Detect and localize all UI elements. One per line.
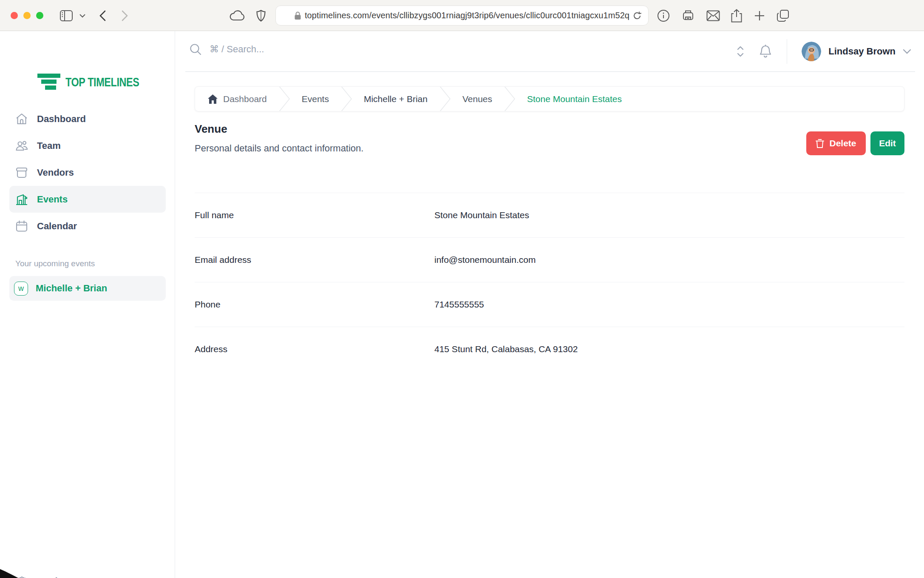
breadcrumb-item-venues[interactable]: Venues bbox=[462, 94, 492, 104]
reload-icon[interactable] bbox=[632, 11, 642, 21]
users-icon bbox=[15, 140, 28, 152]
sidebar-item-label: Events bbox=[37, 194, 68, 205]
share-icon[interactable] bbox=[729, 0, 744, 31]
search-icon bbox=[189, 43, 202, 56]
forward-button[interactable] bbox=[119, 0, 130, 31]
sidebar-upcoming-event-michelle-brian[interactable]: w Michelle + Brian bbox=[9, 276, 166, 301]
user-name: Lindsay Brown bbox=[828, 46, 896, 57]
sidebar-item-label: Dashboard bbox=[37, 114, 86, 125]
window-zoom-button[interactable] bbox=[36, 12, 43, 19]
browser-chrome: toptimelines.com/events/cllibzygs001rnia… bbox=[0, 0, 924, 31]
field-row-address: Address 415 Stunt Rd, Calabasas, CA 9130… bbox=[195, 327, 904, 371]
delete-button[interactable]: Delete bbox=[806, 131, 866, 155]
mail-icon[interactable] bbox=[706, 0, 720, 31]
app-screen: toptimelines.com/events/cllibzygs001rnia… bbox=[0, 0, 924, 578]
notifications-bell-icon[interactable] bbox=[759, 44, 772, 59]
field-label: Full name bbox=[195, 210, 434, 220]
page-title: Venue bbox=[195, 122, 227, 136]
sidebar-item-label: Team bbox=[37, 140, 61, 151]
edit-button[interactable]: Edit bbox=[870, 131, 904, 155]
venue-icon bbox=[15, 193, 28, 206]
topbar-divider-vertical bbox=[787, 39, 787, 64]
avatar bbox=[802, 42, 821, 61]
sidebar-item-team[interactable]: Team bbox=[9, 132, 166, 159]
venue-details: Full name Stone Mountain Estates Email a… bbox=[195, 193, 904, 371]
topbar: Lindsay Brown bbox=[175, 31, 924, 72]
page-subtitle: Personal details and contact information… bbox=[195, 143, 363, 154]
url-bar[interactable]: toptimelines.com/events/cllibzygs001rnia… bbox=[275, 6, 649, 26]
upcoming-events-label: Your upcoming events bbox=[15, 259, 95, 268]
sidebar-item-dashboard[interactable]: Dashboard bbox=[9, 105, 166, 132]
field-value: Stone Mountain Estates bbox=[434, 210, 529, 220]
sidebar-item-label: Vendors bbox=[37, 167, 74, 178]
breadcrumb-item-dashboard[interactable]: Dashboard bbox=[208, 94, 267, 104]
breadcrumb-separator-icon bbox=[504, 86, 515, 111]
search-input[interactable] bbox=[210, 44, 448, 55]
window-minimize-button[interactable] bbox=[23, 12, 31, 19]
privacy-shield-icon[interactable] bbox=[254, 0, 268, 31]
field-label: Phone bbox=[195, 299, 434, 310]
new-tab-icon[interactable] bbox=[752, 0, 767, 31]
breadcrumb-item-michelle-brian[interactable]: Michelle + Brian bbox=[364, 94, 428, 104]
sidebar-item-settings[interactable]: Settings bbox=[15, 575, 74, 578]
sidebar: TOP TIMELINES Dashboard Team Ven bbox=[0, 31, 175, 578]
window-close-button[interactable] bbox=[11, 12, 18, 19]
mouse-cursor bbox=[0, 567, 19, 578]
settings-label: Settings bbox=[37, 576, 74, 578]
archive-box-icon bbox=[15, 166, 28, 179]
breadcrumb: Dashboard Events Michelle + Brian Venues… bbox=[195, 86, 904, 111]
trash-icon bbox=[816, 139, 824, 148]
field-row-full-name: Full name Stone Mountain Estates bbox=[195, 193, 904, 237]
sidebar-item-vendors[interactable]: Vendors bbox=[9, 159, 166, 186]
event-badge: w bbox=[14, 282, 28, 296]
field-row-email: Email address info@stonemountain.com bbox=[195, 237, 904, 282]
sidebar-item-events[interactable]: Events bbox=[9, 186, 166, 213]
user-menu[interactable]: Lindsay Brown bbox=[802, 42, 911, 61]
main-panel: Lindsay Brown Dashboard Events Michelle … bbox=[175, 31, 924, 578]
home-icon bbox=[208, 94, 218, 104]
home-icon bbox=[15, 113, 28, 125]
tab-overview-icon[interactable] bbox=[775, 0, 791, 31]
field-value: 415 Stunt Rd, Calabasas, CA 91302 bbox=[434, 344, 578, 354]
event-label: Michelle + Brian bbox=[36, 283, 107, 294]
field-row-phone: Phone 7145555555 bbox=[195, 282, 904, 327]
icloud-icon[interactable] bbox=[228, 0, 246, 31]
calendar-icon bbox=[15, 220, 28, 233]
field-label: Address bbox=[195, 344, 434, 354]
sidebar-nav: Dashboard Team Vendors Ev bbox=[0, 105, 175, 239]
print-icon[interactable] bbox=[681, 0, 695, 31]
sidebar-toggle-icon[interactable] bbox=[59, 0, 74, 31]
breadcrumb-separator-icon bbox=[279, 86, 290, 111]
field-value: info@stonemountain.com bbox=[434, 255, 536, 265]
field-value: 7145555555 bbox=[434, 299, 484, 310]
breadcrumb-item-current: Stone Mountain Estates bbox=[527, 94, 622, 104]
chevron-down-icon[interactable] bbox=[78, 0, 87, 31]
app-logo[interactable]: TOP TIMELINES bbox=[37, 74, 160, 91]
back-button[interactable] bbox=[97, 0, 108, 31]
sidebar-item-calendar[interactable]: Calendar bbox=[9, 213, 166, 239]
logo-text: TOP TIMELINES bbox=[65, 75, 139, 89]
topbar-divider bbox=[185, 71, 915, 72]
lock-icon bbox=[295, 11, 301, 20]
logo-bars-icon bbox=[37, 74, 60, 91]
sidebar-item-label: Calendar bbox=[37, 221, 77, 232]
breadcrumb-separator-icon bbox=[439, 86, 451, 111]
field-label: Email address bbox=[195, 255, 434, 265]
user-menu-chevron-icon bbox=[903, 49, 911, 54]
url-text: toptimelines.com/events/cllibzygs001rnia… bbox=[305, 11, 629, 20]
breadcrumb-item-events[interactable]: Events bbox=[302, 94, 329, 104]
breadcrumb-separator-icon bbox=[341, 86, 352, 111]
selector-icon[interactable] bbox=[737, 46, 744, 57]
reader-info-icon[interactable] bbox=[656, 0, 671, 31]
